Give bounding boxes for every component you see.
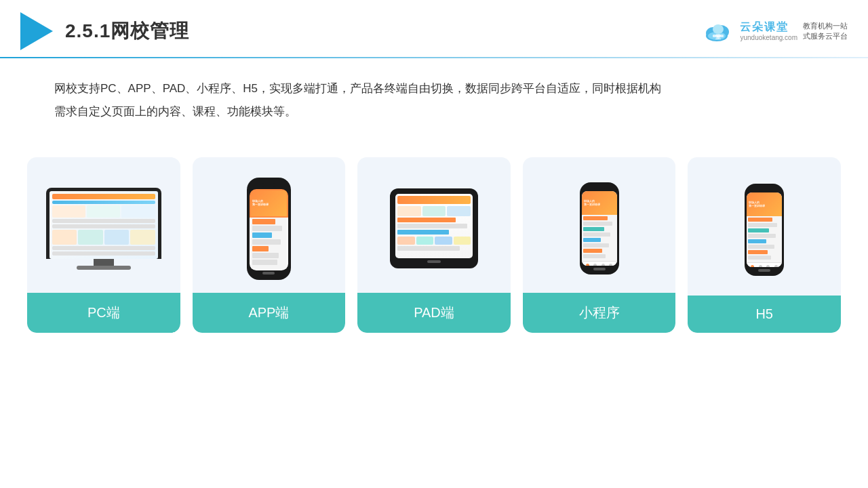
pad-tablet-content bbox=[395, 194, 473, 258]
h5-nav-dot-1 bbox=[751, 265, 754, 267]
pc-label: PC端 bbox=[27, 293, 180, 333]
cards-container: PC端 职场人的第一堂训练课 bbox=[0, 137, 868, 346]
miniprogram-content: 职场人的第一堂训练课 bbox=[582, 191, 617, 266]
h5-nav-dot-4 bbox=[774, 265, 778, 267]
nav-dot-2 bbox=[593, 264, 597, 266]
pc-card: PC端 bbox=[27, 157, 180, 333]
logo-triangle-icon bbox=[20, 12, 53, 50]
pc-screen-outer bbox=[46, 188, 161, 259]
app-phone-body bbox=[251, 218, 287, 269]
miniprogram-card: 职场人的第一堂训练课 bbox=[523, 157, 676, 333]
miniprogram-banner: 职场人的第一堂训练课 bbox=[582, 191, 617, 215]
h5-home bbox=[758, 269, 770, 272]
h5-screen: 职场人的第一堂训练课 bbox=[747, 192, 782, 267]
miniprogram-body bbox=[582, 215, 617, 260]
miniprogram-label: 小程序 bbox=[523, 293, 676, 333]
app-phone-screen: 职场人的第一堂训练课 bbox=[250, 189, 288, 270]
app-card: 职场人的第一堂训练课 bbox=[193, 157, 346, 333]
miniprogram-home bbox=[593, 268, 606, 270]
h5-body bbox=[747, 216, 782, 261]
brand-url: yunduoketang.com bbox=[740, 34, 797, 42]
description-text: 网校支持PC、APP、PAD、小程序、H5，实现多端打通，产品各终端自由切换，数… bbox=[0, 58, 868, 130]
miniprogram-banner-text: 职场人的第一堂训练课 bbox=[584, 200, 600, 206]
app-phone-home bbox=[262, 272, 275, 274]
h5-card: 职场人的第一堂训练课 bbox=[688, 157, 841, 333]
brand-logo: 堂 bbox=[702, 18, 734, 44]
miniprogram-phone-outer: 职场人的第一堂训练课 bbox=[580, 182, 619, 274]
nav-dot-1 bbox=[586, 264, 589, 266]
h5-phone-mockup: 职场人的第一堂训练课 bbox=[745, 184, 784, 276]
app-phone-banner: 职场人的第一堂训练课 bbox=[251, 190, 287, 216]
pc-mockup bbox=[46, 188, 161, 270]
svg-point-4 bbox=[713, 24, 724, 34]
pad-tablet-mockup bbox=[390, 188, 478, 268]
title-area: 2.5.1网校管理 bbox=[20, 12, 189, 50]
app-banner-text: 职场人的第一堂训练课 bbox=[252, 200, 269, 207]
pad-tablet-screen bbox=[395, 194, 473, 258]
brand-text: 云朵课堂 yunduoketang.com bbox=[740, 20, 797, 41]
page-header: 2.5.1网校管理 堂 云朵课堂 yunduoketang.com 教育机构一站… bbox=[0, 0, 868, 50]
brand-tagline: 教育机构一站式服务云平台 bbox=[803, 21, 848, 42]
pc-stand bbox=[77, 266, 131, 270]
h5-nav-dot-2 bbox=[759, 265, 762, 267]
app-label: APP端 bbox=[193, 293, 346, 333]
pc-base bbox=[94, 259, 114, 266]
miniprogram-bottom-nav bbox=[582, 261, 617, 266]
h5-nav-dot-3 bbox=[766, 265, 770, 267]
app-image-area: 职场人的第一堂训练课 bbox=[193, 157, 346, 293]
pad-label: PAD端 bbox=[357, 293, 511, 333]
miniprogram-notch bbox=[594, 186, 605, 190]
h5-banner-text: 职场人的第一堂训练课 bbox=[749, 201, 765, 207]
cloud-logo-icon: 堂 bbox=[702, 18, 734, 44]
brand-area: 堂 云朵课堂 yunduoketang.com 教育机构一站式服务云平台 bbox=[702, 18, 848, 44]
app-phone-notch bbox=[262, 183, 275, 187]
h5-label: H5 bbox=[688, 296, 841, 333]
miniprogram-image-area: 职场人的第一堂训练课 bbox=[523, 157, 676, 293]
h5-banner: 职场人的第一堂训练课 bbox=[747, 192, 782, 216]
pad-tablet-header bbox=[397, 196, 471, 204]
pc-image-area bbox=[27, 157, 180, 293]
pad-image-area bbox=[357, 157, 511, 293]
app-phone-outer: 职场人的第一堂训练课 bbox=[247, 178, 291, 280]
brand-name: 云朵课堂 bbox=[740, 20, 797, 33]
pc-screen-content bbox=[50, 191, 158, 259]
h5-content: 职场人的第一堂训练课 bbox=[747, 192, 782, 267]
miniprogram-phone-mockup: 职场人的第一堂训练课 bbox=[580, 182, 619, 274]
app-phone-content: 职场人的第一堂训练课 bbox=[250, 189, 288, 270]
h5-notch bbox=[759, 188, 770, 191]
pad-tablet-home bbox=[427, 260, 441, 263]
svg-text:堂: 堂 bbox=[715, 34, 722, 40]
app-phone-mockup: 职场人的第一堂训练课 bbox=[247, 178, 291, 280]
h5-image-area: 职场人的第一堂训练课 bbox=[688, 157, 841, 296]
h5-bottom-nav bbox=[747, 262, 782, 267]
nav-dot-4 bbox=[609, 264, 612, 266]
miniprogram-screen: 职场人的第一堂训练课 bbox=[582, 191, 617, 266]
pad-tablet-outer bbox=[390, 188, 478, 268]
nav-dot-3 bbox=[601, 264, 605, 266]
pc-screen-inner bbox=[50, 191, 158, 259]
pad-card: PAD端 bbox=[357, 157, 511, 333]
h5-phone-outer: 职场人的第一堂训练课 bbox=[745, 184, 784, 276]
page-title: 2.5.1网校管理 bbox=[65, 18, 189, 44]
